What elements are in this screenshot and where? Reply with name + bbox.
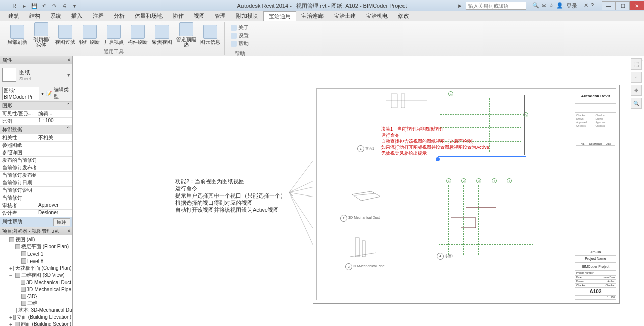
properties-help-link[interactable]: 属性帮助	[2, 218, 22, 226]
open-icon[interactable]: ▸	[20, 2, 28, 10]
drawing-canvas[interactable]: — ☐ × 功能2：当前视图为图纸视图运行命令提示用户选择其中一个视口（只能选择…	[73, 56, 644, 326]
save-icon[interactable]: 💾	[30, 2, 38, 10]
maximize-button[interactable]: ☐	[616, 1, 630, 10]
ribbon-tab[interactable]: 协作	[168, 11, 189, 21]
undo-icon[interactable]: ↶	[40, 2, 48, 10]
view-tag: 3	[345, 263, 352, 270]
properties-category[interactable]: 图纸 Sheet ▾	[0, 64, 72, 85]
tree-item[interactable]: −三维视图 (3D View)	[1, 272, 71, 279]
ribbon-tab[interactable]: 宝治土建	[329, 11, 361, 21]
login-label[interactable]: 登录	[566, 2, 577, 10]
ribbon-tab[interactable]: 建筑	[3, 11, 24, 21]
ribbon-tab[interactable]: 宝治连廊	[296, 11, 329, 21]
ribbon-tab[interactable]: 宝治机电	[361, 11, 393, 21]
property-row[interactable]: 参照图纸	[0, 142, 72, 149]
ribbon-button[interactable]: 物理刷新	[79, 25, 100, 45]
ribbon-tab[interactable]: 结构	[24, 11, 45, 21]
tree-item[interactable]: Level 8	[1, 257, 71, 265]
ribbon-tab[interactable]: 视图	[189, 11, 210, 21]
ribbon-tab[interactable]: 附加模块	[231, 11, 263, 21]
property-row[interactable]: 当前修订发布到	[0, 172, 72, 179]
redo-icon[interactable]: ↷	[50, 2, 58, 10]
tree-item[interactable]: +天花板平面 (Ceiling Plan)	[1, 265, 71, 272]
apply-button[interactable]: 应用	[53, 218, 70, 226]
close-panel-icon[interactable]: ×	[67, 57, 70, 63]
revit-icon[interactable]: R	[10, 2, 18, 10]
help-item[interactable]: 设置	[231, 32, 249, 39]
prop-section-graphics[interactable]: 图形⌃	[0, 102, 72, 110]
star-icon[interactable]: ☆	[549, 2, 554, 10]
property-row[interactable]: 参照详图	[0, 149, 72, 157]
ribbon-button[interactable]: 剖切框/实体	[31, 22, 51, 47]
property-row[interactable]: 当前修订日期	[0, 179, 72, 187]
tree-item[interactable]: 基本: 3D-Mechanical Du	[1, 307, 71, 314]
viewport-3d-duct[interactable]	[351, 189, 381, 206]
ribbon-button[interactable]: 构件刷新	[128, 25, 148, 45]
help-search-input[interactable]	[466, 2, 526, 10]
comm-icon[interactable]: ✉	[542, 2, 546, 10]
user-icon[interactable]: 👤	[556, 2, 564, 10]
qat-more-icon[interactable]: ▾	[70, 2, 78, 10]
property-row[interactable]: 发布的当前修订	[0, 157, 72, 164]
view-label: 东西1	[445, 254, 454, 259]
tool-icon	[10, 25, 24, 39]
ribbon-tab[interactable]: 插入	[66, 11, 88, 21]
viewcube-icon[interactable]: ⬚	[631, 58, 642, 70]
ribbon-tab[interactable]: 管理	[210, 11, 231, 21]
close-panel-icon[interactable]: ×	[67, 228, 70, 234]
ribbon-tab[interactable]: 宝治通用	[263, 11, 296, 21]
ribbon-tab[interactable]: 体量和场地	[130, 11, 168, 21]
home-icon[interactable]: ⌂	[631, 72, 642, 83]
property-row[interactable]: 当前修订	[0, 194, 72, 202]
viewport-detail[interactable]	[386, 92, 427, 110]
ribbon-button[interactable]: 局部刷新	[7, 25, 27, 45]
ribbon-button[interactable]: 管道预隔热	[176, 22, 196, 47]
property-row[interactable]: 相关性不相关	[0, 134, 72, 142]
help-item[interactable]: 关于	[231, 24, 249, 31]
pan-icon[interactable]: ✥	[631, 85, 642, 96]
ribbon-tab[interactable]: 分析	[109, 11, 130, 21]
ribbon-button[interactable]: 开启视点	[104, 25, 124, 45]
tree-item[interactable]: {3D}	[1, 293, 71, 300]
close-button[interactable]: ✕	[630, 1, 644, 10]
help-icon[interactable]: ?	[591, 2, 594, 10]
property-row[interactable]: 设计者Desioner	[0, 210, 72, 217]
print-icon[interactable]: 🖨	[60, 2, 68, 10]
view-label: 3D-Mechanical Duct	[348, 216, 380, 219]
ribbon-tab[interactable]: 注释	[88, 11, 109, 21]
ribbon-panel: 局部刷新剖切框/实体视图过滤物理刷新开启视点构件刷新聚焦视图管道预隔热图元信息 …	[0, 21, 644, 56]
tree-item[interactable]: 3D-Mechanical Pipe	[1, 286, 71, 293]
ribbon-tab[interactable]: 系统	[45, 11, 66, 21]
category-name: 图纸	[19, 69, 31, 76]
property-row[interactable]: 当前修订说明	[0, 187, 72, 194]
edit-type-button[interactable]: 编辑类型	[54, 86, 70, 100]
property-row[interactable]: 比例1 : 100	[0, 118, 72, 125]
tree-item[interactable]: Level 1	[1, 250, 71, 257]
node-icon	[21, 280, 25, 285]
tree-item[interactable]: +立面 (Building Elevation)	[1, 314, 71, 321]
external-note: 功能2：当前视图为图纸视图运行命令提示用户选择其中一个视口（只能选择一个）根据选…	[175, 178, 286, 213]
view-tag: 4	[437, 253, 444, 260]
property-row[interactable]: 可见性/图形...编辑...	[0, 110, 72, 118]
prop-section-identity[interactable]: 标识数据⌃	[0, 125, 72, 134]
minimize-button[interactable]: —	[602, 1, 616, 10]
viewport-3d-pipe[interactable]	[350, 235, 380, 261]
property-row[interactable]: 审核者Approver	[0, 202, 72, 210]
viewport-plan-2[interactable]: 12345	[436, 182, 536, 258]
ribbon-tab[interactable]: 修改	[393, 11, 414, 21]
property-row[interactable]: 当前修订发布者	[0, 164, 72, 172]
ribbon-button[interactable]: 聚焦视图	[152, 25, 172, 45]
ribbon-button[interactable]: 视图过滤	[55, 25, 75, 45]
properties-filter[interactable]: 图纸: BIMCoder Pr	[2, 87, 39, 100]
ribbon-button[interactable]: 图元信息	[200, 25, 220, 45]
tree-item[interactable]: 3D-Mechanical Duct	[1, 279, 71, 286]
titleblock-sheet-number: A102	[575, 288, 616, 296]
tree-item[interactable]: −楼层平面 (Floor Plan)	[1, 243, 71, 250]
tree-item[interactable]: +剖面 (Building Section)	[1, 321, 71, 326]
tree-item[interactable]: −视图 (all)	[1, 236, 71, 243]
exchange-icon[interactable]: ✕	[584, 2, 588, 10]
zoom-icon[interactable]: 🔍	[631, 98, 642, 109]
help-item[interactable]: 帮助	[231, 40, 249, 47]
search-icon[interactable]: 🔍	[532, 2, 539, 10]
tree-item[interactable]: 三维	[1, 300, 71, 307]
